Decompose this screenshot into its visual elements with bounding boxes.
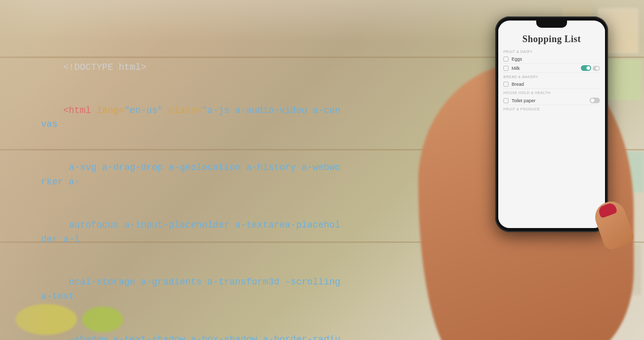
phone-hand-container: Shopping List FRUIT & DAIRY Eggs Milk	[300, 0, 644, 340]
left-gradient-overlay	[0, 0, 51, 340]
phone-notch	[536, 21, 567, 28]
app-title: Shopping List	[503, 34, 600, 45]
section-label-household: HOUSE HOLD & HEALTH	[503, 91, 600, 95]
milk-toggle[interactable]	[581, 65, 591, 71]
list-item-bread: Bread	[503, 80, 600, 89]
code-line-6: -shadow a-text-shadow a-box-shadow a-bor…	[41, 318, 344, 340]
section-label-bread: BREAD & BAKERY	[503, 75, 600, 79]
bread-checkbox[interactable]	[503, 82, 509, 87]
phone-screen: Shopping List FRUIT & DAIRY Eggs Milk	[498, 21, 605, 228]
eggs-checkbox[interactable]	[503, 56, 509, 62]
code-line-3: a-svg a-drag-drop a-geolocation a-histor…	[41, 146, 344, 204]
tp-label: Toilet paper	[512, 98, 588, 103]
list-item-toilet-paper: Toilet paper	[503, 96, 600, 105]
tp-toggle[interactable]	[590, 98, 600, 103]
list-item-eggs: Eggs	[503, 55, 600, 64]
app-content: Shopping List FRUIT & DAIRY Eggs Milk	[498, 28, 605, 228]
tp-checkbox[interactable]	[503, 98, 509, 103]
code-line-4: autofocus a-input-placeholder a-textarea…	[41, 204, 344, 261]
milk-label: Milk	[512, 66, 579, 71]
list-item-milk: Milk	[503, 64, 600, 73]
code-line-5: ocal-storage a-gradients a-transform3d -…	[41, 261, 344, 318]
section-label-produce: FRUIT & PRODUCE	[503, 107, 600, 111]
bread-label: Bread	[512, 82, 600, 87]
phone-device: Shopping List FRUIT & DAIRY Eggs Milk	[495, 16, 608, 232]
milk-checkbox[interactable]	[503, 66, 509, 71]
section-label-fruit-dairy: FRUIT & DAIRY	[503, 50, 600, 53]
code-line-1: <!DOCTYPE html>	[41, 46, 344, 89]
code-line-2: <html lang="en-us" class="a-js a-audio-v…	[41, 89, 344, 147]
eggs-label: Eggs	[512, 56, 600, 62]
